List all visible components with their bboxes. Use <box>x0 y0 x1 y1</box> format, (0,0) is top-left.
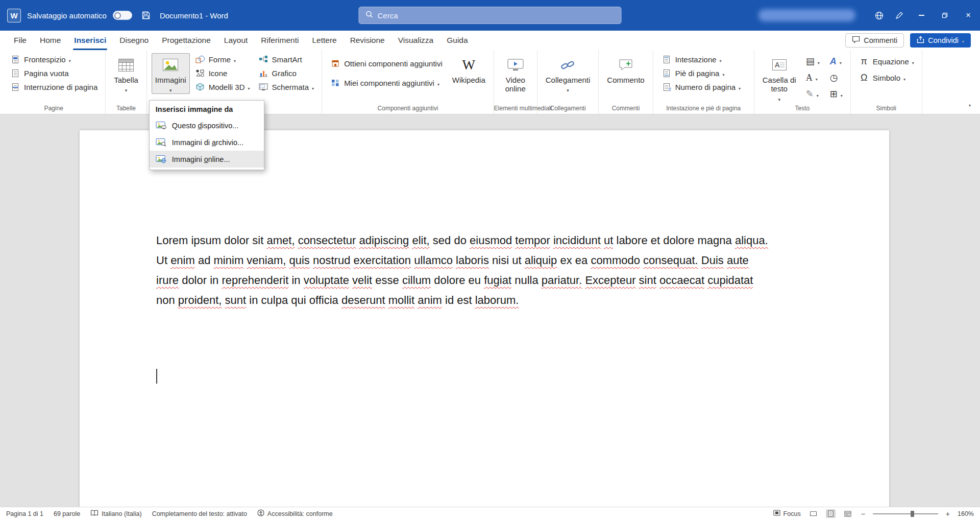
zoom-level[interactable]: 160% <box>958 510 974 517</box>
symbol-button[interactable]: Ω Simbolo <box>855 72 917 84</box>
titlebar-left: W Salvataggio automatico Documento1 - Wo… <box>0 0 228 31</box>
autosave-toggle[interactable] <box>113 11 132 20</box>
word: ea <box>575 254 587 267</box>
menu-item-online-image[interactable]: Immagini online... <box>150 151 264 168</box>
tab-layout[interactable]: Layout <box>217 31 255 50</box>
text-completion-status[interactable]: Completamento del testo: attivato <box>152 510 247 517</box>
status-bar: Pagina 1 di 1 69 parole Italiano (Italia… <box>0 507 980 520</box>
web-layout-button[interactable] <box>842 510 853 518</box>
links-button[interactable]: Collegamenti <box>542 53 594 94</box>
online-video-button[interactable]: Video online <box>499 53 532 95</box>
read-mode-button[interactable] <box>807 510 819 518</box>
button-label: Miei componenti aggiuntivi <box>344 79 434 87</box>
signature-line-button[interactable]: ✎ <box>803 87 823 101</box>
smartart-button[interactable]: SmartArt <box>255 53 317 65</box>
tab-progettazione[interactable]: Progettazione <box>155 31 217 50</box>
object-button[interactable]: ⊞ <box>827 87 846 101</box>
menu-item-device-image[interactable]: Questo dispositivo... <box>150 117 264 134</box>
new-comment-button[interactable]: Commento <box>603 53 648 86</box>
word: laborum. <box>475 294 519 306</box>
pictures-button[interactable]: Immagini <box>152 53 190 94</box>
word: sit <box>252 234 263 247</box>
cover-page-button[interactable]: Frontespizio <box>7 53 101 65</box>
group-collegamenti: Collegamenti Collegamenti <box>537 50 599 114</box>
word: id <box>445 294 454 306</box>
screenshot-button[interactable]: Schermata <box>255 81 317 93</box>
wordart-button[interactable]: A <box>827 54 846 68</box>
minimize-button[interactable] <box>910 0 933 31</box>
close-button[interactable]: × <box>957 0 980 31</box>
save-icon[interactable] <box>138 0 154 31</box>
search-input[interactable] <box>378 11 615 20</box>
tab-guida[interactable]: Guida <box>440 31 474 50</box>
word-app-icon[interactable]: W <box>7 9 21 22</box>
my-addins-button[interactable]: Miei componenti aggiuntivi <box>327 77 446 89</box>
word: Excepteur <box>585 274 635 287</box>
chart-button[interactable]: Grafico <box>255 67 317 79</box>
icons-button[interactable]: Icone <box>191 67 253 79</box>
word: sint <box>639 274 656 287</box>
button-label: Casella di testo <box>763 76 796 93</box>
document-page[interactable]: Lorem ipsum dolor sit amet, consectetur … <box>80 130 889 507</box>
footer-icon <box>661 68 672 78</box>
ribbon-tabs: FileHomeInserisciDisegnoProgettazioneLay… <box>7 31 475 50</box>
text-box-button[interactable]: A Casella di testo <box>759 53 800 103</box>
date-time-button[interactable]: ◷ <box>827 70 846 85</box>
accessibility-status[interactable]: Accessibilità: conforme <box>257 509 333 518</box>
word: nostrud <box>313 254 350 267</box>
zoom-slider[interactable] <box>873 513 938 514</box>
restore-button[interactable] <box>933 0 957 31</box>
3d-models-button[interactable]: Modelli 3D <box>191 81 253 93</box>
quick-parts-button[interactable]: ▤ <box>803 54 823 68</box>
tab-file[interactable]: File <box>7 31 33 50</box>
word-count-status[interactable]: 69 parole <box>54 510 80 517</box>
word: non <box>156 294 175 306</box>
comments-button[interactable]: Commenti <box>845 33 904 48</box>
page-break-button[interactable]: Interruzione di pagina <box>7 81 101 93</box>
button-label: Piè di pagina <box>675 69 720 78</box>
3d-cube-icon <box>194 82 206 91</box>
shapes-button[interactable]: Forme <box>191 53 253 65</box>
share-button-label: Condividi <box>928 36 959 44</box>
get-addins-button[interactable]: Ottieni componenti aggiuntivi <box>327 57 446 69</box>
network-icon[interactable] <box>869 0 889 31</box>
word: labore <box>617 234 648 247</box>
chevron-down-icon <box>817 90 819 99</box>
print-layout-button[interactable] <box>826 509 836 518</box>
collapse-ribbon-button[interactable] <box>962 100 978 114</box>
wikipedia-button[interactable]: W Wikipedia <box>449 53 489 86</box>
table-button[interactable]: Tabella <box>110 53 142 94</box>
equation-button[interactable]: π Equazione <box>855 55 917 67</box>
button-label: Ottieni componenti aggiuntivi <box>344 59 443 68</box>
button-label: Frontespizio <box>24 55 66 64</box>
zoom-in-button[interactable]: + <box>945 510 951 518</box>
focus-mode-button[interactable]: Focus <box>773 510 801 517</box>
tab-disegno[interactable]: Disegno <box>113 31 155 50</box>
wordart-icon: A <box>830 56 837 67</box>
ribbon-tabs-row: FileHomeInserisciDisegnoProgettazioneLay… <box>0 31 980 50</box>
share-button[interactable]: Condividi <box>910 33 971 48</box>
quick-parts-icon: ▤ <box>806 56 815 67</box>
tab-revisione[interactable]: Revisione <box>344 31 391 50</box>
language-status[interactable]: Italiano (Italia) <box>90 510 142 518</box>
zoom-out-button[interactable]: − <box>860 510 866 518</box>
shapes-icon <box>194 55 206 64</box>
tab-lettere[interactable]: Lettere <box>305 31 343 50</box>
header-button[interactable]: Intestazione <box>658 53 744 65</box>
group-illustrazioni: Immagini Forme Icone Modelli <box>147 50 322 114</box>
zoom-slider-thumb[interactable] <box>911 511 914 517</box>
tab-home[interactable]: Home <box>33 31 67 50</box>
search-box[interactable] <box>359 7 622 24</box>
pen-mode-icon[interactable] <box>889 0 910 31</box>
menu-item-stock-image[interactable]: Immagini di archivio... <box>150 134 264 151</box>
page-number-button[interactable]: Numero di pagina <box>658 81 744 93</box>
footer-button[interactable]: Piè di pagina <box>658 67 744 79</box>
blank-page-button[interactable]: Pagina vuota <box>7 67 101 79</box>
button-label: Pagina vuota <box>24 69 69 78</box>
drop-cap-button[interactable]: A <box>803 70 823 85</box>
button-label: Modelli 3D <box>209 83 245 91</box>
tab-visualizza[interactable]: Visualizza <box>391 31 440 50</box>
page-count-status[interactable]: Pagina 1 di 1 <box>6 510 43 517</box>
tab-inserisci[interactable]: Inserisci <box>67 31 113 50</box>
tab-riferimenti[interactable]: Riferimenti <box>254 31 305 50</box>
